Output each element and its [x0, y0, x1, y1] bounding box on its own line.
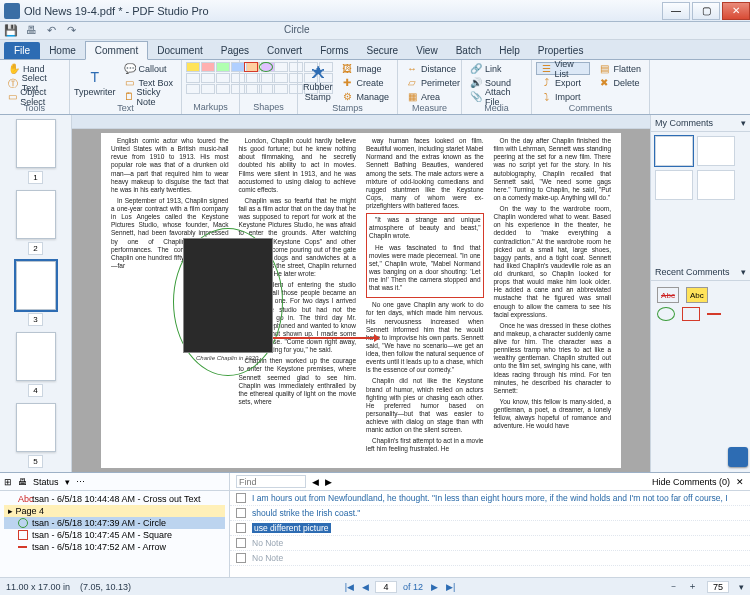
- arrow-annotation[interactable]: [269, 337, 379, 339]
- document-toolbar: [72, 115, 650, 129]
- chaplin-photo: [183, 238, 273, 353]
- page-thumb-2[interactable]: [16, 190, 56, 239]
- last-page-icon[interactable]: ▶|: [444, 582, 457, 592]
- comment-thumb[interactable]: [655, 170, 693, 200]
- sticky-note-button[interactable]: 🗒Sticky Note: [120, 90, 177, 103]
- prev-page-icon[interactable]: ◀: [360, 582, 371, 592]
- article-text: Chaplin did not like the Keystone brand …: [366, 377, 484, 434]
- delete-button[interactable]: ✖Delete: [594, 76, 645, 89]
- recent-crossout[interactable]: Abc: [657, 287, 679, 303]
- find-prev-icon[interactable]: ◀: [312, 477, 319, 487]
- tree-page-row[interactable]: ▸ Page 4: [4, 505, 225, 517]
- find-input[interactable]: [236, 475, 306, 488]
- expand-all-icon[interactable]: ⊞: [4, 477, 12, 487]
- link-button[interactable]: 🔗Link: [466, 62, 527, 75]
- recent-arrow[interactable]: [707, 307, 725, 321]
- tab-properties[interactable]: Properties: [529, 42, 593, 59]
- page-thumb-3[interactable]: [16, 261, 56, 310]
- zoom-out-icon[interactable]: －: [669, 580, 678, 593]
- tab-help[interactable]: Help: [490, 42, 529, 59]
- tab-batch[interactable]: Batch: [447, 42, 491, 59]
- note-checkbox[interactable]: [236, 493, 246, 503]
- comment-thumb[interactable]: [655, 136, 693, 166]
- square-annotation[interactable]: "It was a strange and unique atmosphere …: [366, 213, 484, 298]
- page-thumb-1[interactable]: [16, 119, 56, 168]
- article-text: You know, this fellow is many-sided, a g…: [494, 398, 612, 431]
- hide-comments-button[interactable]: Hide Comments (0): [652, 477, 730, 487]
- tab-secure[interactable]: Secure: [357, 42, 407, 59]
- manage-stamp-button[interactable]: ⚙Manage: [337, 90, 393, 103]
- tab-file[interactable]: File: [4, 42, 40, 59]
- attach-file-button[interactable]: 📎Attach File: [466, 90, 527, 103]
- panel-close-icon[interactable]: ✕: [736, 477, 744, 487]
- first-page-icon[interactable]: |◀: [343, 582, 356, 592]
- flatten-button[interactable]: ▤Flatten: [594, 62, 645, 75]
- create-stamp-button[interactable]: ✚Create: [337, 76, 393, 89]
- note-checkbox[interactable]: [236, 523, 246, 533]
- maximize-button[interactable]: ▢: [692, 2, 720, 20]
- qa-redo-icon[interactable]: ↷: [64, 24, 78, 38]
- comments-tree[interactable]: Abctsan - 6/5/18 10:44:48 AM - Cross out…: [0, 491, 229, 577]
- tab-pages[interactable]: Pages: [212, 42, 258, 59]
- recent-highlight[interactable]: Abc: [686, 287, 708, 303]
- tree-row[interactable]: tsan - 6/5/18 10:47:39 AM - Circle: [32, 518, 166, 528]
- rubber-stamp-button[interactable]: 🟊Rubber Stamp: [302, 62, 333, 102]
- import-button[interactable]: ⤵Import: [536, 90, 590, 103]
- article-text: Chaplin then worked up the courage to en…: [239, 357, 357, 406]
- app-badge-icon[interactable]: [728, 447, 748, 467]
- article-text: On the way to the wardrobe room, Chaplin…: [494, 205, 612, 319]
- zoom-in-icon[interactable]: ＋: [688, 580, 697, 593]
- tab-forms[interactable]: Forms: [311, 42, 357, 59]
- note-text: use different picture: [252, 523, 331, 533]
- tab-view[interactable]: View: [407, 42, 447, 59]
- qa-undo-icon[interactable]: ↶: [44, 24, 58, 38]
- image-stamp-button[interactable]: 🖼Image: [337, 62, 393, 75]
- typewriter-button[interactable]: TTypewriter: [74, 62, 116, 102]
- next-page-icon[interactable]: ▶: [429, 582, 440, 592]
- recent-circle[interactable]: [657, 307, 675, 321]
- find-next-icon[interactable]: ▶: [325, 477, 332, 487]
- distance-button[interactable]: ↔Distance: [402, 62, 464, 75]
- recent-square[interactable]: [682, 307, 700, 321]
- note-checkbox[interactable]: [236, 538, 246, 548]
- page-thumb-5[interactable]: [16, 403, 56, 452]
- tree-row[interactable]: tsan - 6/5/18 10:47:45 AM - Square: [32, 530, 172, 540]
- status-bar: 11.00 x 17.00 in (7.05, 10.13) |◀ ◀ of 1…: [0, 577, 750, 595]
- zoom-dropdown-icon[interactable]: ▾: [739, 582, 744, 592]
- zoom-input[interactable]: [707, 581, 729, 593]
- document-viewport[interactable]: Charlie Chaplin in 1920. English comic a…: [72, 129, 650, 472]
- status-dropdown[interactable]: Status: [33, 477, 59, 487]
- export-button[interactable]: ⤴Export: [536, 76, 590, 89]
- qa-save-icon[interactable]: 💾: [4, 24, 18, 38]
- shape-dropdown[interactable]: Circle: [284, 24, 298, 38]
- tree-row[interactable]: tsan - 6/5/18 10:44:48 AM - Cross out Te…: [32, 494, 200, 504]
- tree-row[interactable]: tsan - 6/5/18 10:47:52 AM - Arrow: [32, 542, 166, 552]
- page-input[interactable]: [375, 581, 397, 593]
- tab-comment[interactable]: Comment: [85, 41, 148, 60]
- area-button[interactable]: ▦Area: [402, 90, 464, 103]
- callout-button[interactable]: 💬Callout: [120, 62, 177, 75]
- tab-convert[interactable]: Convert: [258, 42, 311, 59]
- comment-thumb[interactable]: [697, 170, 735, 200]
- comment-thumb[interactable]: [697, 136, 735, 166]
- view-list-button[interactable]: ☰View List: [536, 62, 590, 75]
- group-markups-label: Markups: [186, 102, 235, 112]
- note-checkbox[interactable]: [236, 553, 246, 563]
- qa-print-icon[interactable]: 🖶: [24, 24, 38, 38]
- tab-document[interactable]: Document: [148, 42, 212, 59]
- note-checkbox[interactable]: [236, 508, 246, 518]
- note-text: should strike the Irish coast.": [252, 508, 360, 518]
- object-select-tool[interactable]: ▭Object Select: [4, 90, 65, 103]
- article-text: Chaplin's first attempt to act in a movi…: [366, 437, 484, 453]
- close-button[interactable]: ✕: [722, 2, 750, 20]
- options-icon[interactable]: ⋯: [76, 477, 85, 487]
- pane-close-icon[interactable]: ▾: [741, 267, 746, 277]
- pane-close-icon[interactable]: ▾: [741, 118, 746, 128]
- minimize-button[interactable]: —: [662, 2, 690, 20]
- print-comments-icon[interactable]: 🖶: [18, 477, 27, 487]
- cursor-coords: (7.05, 10.13): [80, 582, 131, 592]
- perimeter-button[interactable]: ▱Perimeter: [402, 76, 464, 89]
- page-thumb-4[interactable]: [16, 332, 56, 381]
- tab-home[interactable]: Home: [40, 42, 85, 59]
- note-text: No Note: [252, 553, 283, 563]
